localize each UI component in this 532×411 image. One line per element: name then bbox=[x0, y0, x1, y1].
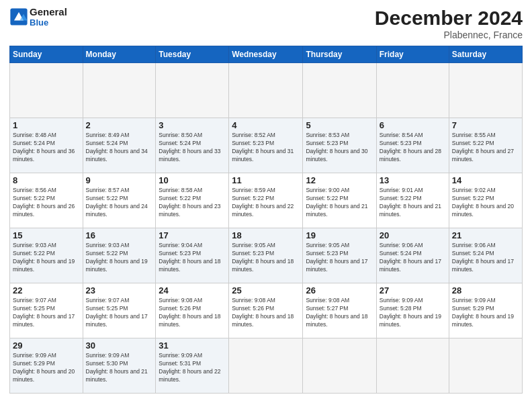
page-header: General Blue December 2024 Plabennec, Fr… bbox=[9, 7, 523, 40]
calendar-day-cell: 20Sunrise: 9:06 AMSunset: 5:24 PMDayligh… bbox=[376, 228, 449, 283]
calendar-day-cell bbox=[449, 63, 522, 118]
day-number: 19 bbox=[306, 230, 373, 240]
calendar-day-cell: 21Sunrise: 9:06 AMSunset: 5:24 PMDayligh… bbox=[449, 228, 522, 283]
day-info: Sunrise: 8:56 AMSunset: 5:22 PMDaylight:… bbox=[13, 187, 80, 219]
calendar-day-cell: 11Sunrise: 8:59 AMSunset: 5:22 PMDayligh… bbox=[229, 173, 303, 228]
day-number: 6 bbox=[380, 120, 446, 130]
day-info: Sunrise: 9:09 AMSunset: 5:30 PMDaylight:… bbox=[86, 352, 153, 384]
logo: General Blue bbox=[9, 7, 67, 28]
calendar-week-row: 22Sunrise: 9:07 AMSunset: 5:25 PMDayligh… bbox=[10, 283, 523, 338]
day-number: 25 bbox=[232, 285, 300, 295]
calendar-day-cell: 7Sunrise: 8:55 AMSunset: 5:22 PMDaylight… bbox=[449, 118, 522, 173]
calendar-day-cell: 10Sunrise: 8:58 AMSunset: 5:22 PMDayligh… bbox=[156, 173, 229, 228]
calendar-table: Sunday Monday Tuesday Wednesday Thursday… bbox=[9, 46, 523, 394]
day-info: Sunrise: 9:00 AMSunset: 5:22 PMDaylight:… bbox=[306, 187, 373, 219]
calendar-day-cell bbox=[229, 63, 303, 118]
day-number: 20 bbox=[380, 230, 446, 240]
calendar-day-cell bbox=[10, 63, 83, 118]
day-number: 13 bbox=[380, 175, 446, 185]
day-info: Sunrise: 8:59 AMSunset: 5:22 PMDaylight:… bbox=[232, 187, 300, 219]
calendar-header-row: Sunday Monday Tuesday Wednesday Thursday… bbox=[10, 46, 523, 63]
calendar-day-cell: 13Sunrise: 9:01 AMSunset: 5:22 PMDayligh… bbox=[376, 173, 449, 228]
day-number: 17 bbox=[159, 230, 226, 240]
day-number: 16 bbox=[86, 230, 153, 240]
col-monday: Monday bbox=[83, 46, 156, 63]
day-info: Sunrise: 9:08 AMSunset: 5:27 PMDaylight:… bbox=[306, 297, 373, 329]
calendar-day-cell: 28Sunrise: 9:09 AMSunset: 5:29 PMDayligh… bbox=[449, 283, 522, 338]
calendar-day-cell: 3Sunrise: 8:50 AMSunset: 5:24 PMDaylight… bbox=[156, 118, 229, 173]
col-friday: Friday bbox=[376, 46, 449, 63]
col-thursday: Thursday bbox=[303, 46, 376, 63]
day-info: Sunrise: 9:05 AMSunset: 5:23 PMDaylight:… bbox=[306, 242, 373, 274]
day-info: Sunrise: 9:05 AMSunset: 5:23 PMDaylight:… bbox=[232, 242, 300, 274]
calendar-day-cell: 24Sunrise: 9:08 AMSunset: 5:26 PMDayligh… bbox=[156, 283, 229, 338]
day-info: Sunrise: 9:08 AMSunset: 5:26 PMDaylight:… bbox=[159, 297, 226, 329]
calendar-day-cell: 1Sunrise: 8:48 AMSunset: 5:24 PMDaylight… bbox=[10, 118, 83, 173]
day-info: Sunrise: 9:09 AMSunset: 5:31 PMDaylight:… bbox=[159, 352, 226, 384]
day-number: 8 bbox=[13, 175, 80, 185]
day-number: 31 bbox=[159, 340, 226, 351]
month-title: December 2024 bbox=[375, 7, 523, 30]
day-number: 23 bbox=[86, 285, 153, 295]
day-info: Sunrise: 9:03 AMSunset: 5:22 PMDaylight:… bbox=[13, 242, 80, 274]
col-wednesday: Wednesday bbox=[229, 46, 303, 63]
day-number: 26 bbox=[306, 285, 373, 295]
calendar-day-cell bbox=[229, 338, 303, 394]
day-info: Sunrise: 8:53 AMSunset: 5:23 PMDaylight:… bbox=[306, 132, 373, 164]
calendar-day-cell bbox=[156, 63, 229, 118]
calendar-day-cell: 30Sunrise: 9:09 AMSunset: 5:30 PMDayligh… bbox=[83, 338, 156, 394]
calendar-week-row bbox=[10, 63, 523, 118]
calendar-day-cell bbox=[303, 63, 376, 118]
day-info: Sunrise: 8:49 AMSunset: 5:24 PMDaylight:… bbox=[86, 132, 153, 164]
day-number: 21 bbox=[452, 230, 519, 240]
calendar-day-cell: 2Sunrise: 8:49 AMSunset: 5:24 PMDaylight… bbox=[83, 118, 156, 173]
calendar-day-cell bbox=[449, 338, 522, 394]
calendar-week-row: 8Sunrise: 8:56 AMSunset: 5:22 PMDaylight… bbox=[10, 173, 523, 228]
calendar-container: General Blue December 2024 Plabennec, Fr… bbox=[0, 0, 532, 411]
calendar-day-cell: 5Sunrise: 8:53 AMSunset: 5:23 PMDaylight… bbox=[303, 118, 376, 173]
day-number: 15 bbox=[13, 230, 80, 240]
calendar-day-cell: 25Sunrise: 9:08 AMSunset: 5:26 PMDayligh… bbox=[229, 283, 303, 338]
calendar-day-cell: 29Sunrise: 9:09 AMSunset: 5:29 PMDayligh… bbox=[10, 338, 83, 394]
calendar-day-cell: 18Sunrise: 9:05 AMSunset: 5:23 PMDayligh… bbox=[229, 228, 303, 283]
logo-text: General Blue bbox=[30, 7, 67, 28]
calendar-day-cell: 17Sunrise: 9:04 AMSunset: 5:23 PMDayligh… bbox=[156, 228, 229, 283]
calendar-day-cell: 26Sunrise: 9:08 AMSunset: 5:27 PMDayligh… bbox=[303, 283, 376, 338]
calendar-day-cell: 16Sunrise: 9:03 AMSunset: 5:22 PMDayligh… bbox=[83, 228, 156, 283]
day-number: 10 bbox=[159, 175, 226, 185]
day-number: 12 bbox=[306, 175, 373, 185]
logo-icon bbox=[9, 7, 28, 26]
day-info: Sunrise: 9:06 AMSunset: 5:24 PMDaylight:… bbox=[380, 242, 446, 274]
calendar-week-row: 29Sunrise: 9:09 AMSunset: 5:29 PMDayligh… bbox=[10, 338, 523, 394]
calendar-day-cell: 12Sunrise: 9:00 AMSunset: 5:22 PMDayligh… bbox=[303, 173, 376, 228]
calendar-day-cell: 8Sunrise: 8:56 AMSunset: 5:22 PMDaylight… bbox=[10, 173, 83, 228]
title-block: December 2024 Plabennec, France bbox=[375, 7, 523, 40]
calendar-day-cell: 14Sunrise: 9:02 AMSunset: 5:22 PMDayligh… bbox=[449, 173, 522, 228]
col-sunday: Sunday bbox=[10, 46, 83, 63]
day-info: Sunrise: 9:07 AMSunset: 5:25 PMDaylight:… bbox=[13, 297, 80, 329]
location-subtitle: Plabennec, France bbox=[375, 30, 523, 40]
day-info: Sunrise: 8:50 AMSunset: 5:24 PMDaylight:… bbox=[159, 132, 226, 164]
day-info: Sunrise: 9:07 AMSunset: 5:25 PMDaylight:… bbox=[86, 297, 153, 329]
calendar-day-cell: 4Sunrise: 8:52 AMSunset: 5:23 PMDaylight… bbox=[229, 118, 303, 173]
calendar-week-row: 15Sunrise: 9:03 AMSunset: 5:22 PMDayligh… bbox=[10, 228, 523, 283]
day-number: 27 bbox=[380, 285, 446, 295]
calendar-day-cell: 6Sunrise: 8:54 AMSunset: 5:23 PMDaylight… bbox=[376, 118, 449, 173]
day-info: Sunrise: 9:02 AMSunset: 5:22 PMDaylight:… bbox=[452, 187, 519, 219]
day-number: 2 bbox=[86, 120, 153, 130]
calendar-day-cell: 31Sunrise: 9:09 AMSunset: 5:31 PMDayligh… bbox=[156, 338, 229, 394]
day-info: Sunrise: 8:52 AMSunset: 5:23 PMDaylight:… bbox=[232, 132, 300, 164]
day-info: Sunrise: 9:01 AMSunset: 5:22 PMDaylight:… bbox=[380, 187, 446, 219]
col-saturday: Saturday bbox=[449, 46, 522, 63]
day-info: Sunrise: 9:08 AMSunset: 5:26 PMDaylight:… bbox=[232, 297, 300, 329]
day-number: 24 bbox=[159, 285, 226, 295]
calendar-day-cell bbox=[83, 63, 156, 118]
calendar-day-cell bbox=[303, 338, 376, 394]
day-number: 4 bbox=[232, 120, 300, 130]
day-info: Sunrise: 9:03 AMSunset: 5:22 PMDaylight:… bbox=[86, 242, 153, 274]
day-info: Sunrise: 8:54 AMSunset: 5:23 PMDaylight:… bbox=[380, 132, 446, 164]
calendar-week-row: 1Sunrise: 8:48 AMSunset: 5:24 PMDaylight… bbox=[10, 118, 523, 173]
day-number: 29 bbox=[13, 340, 80, 351]
calendar-day-cell bbox=[376, 63, 449, 118]
day-info: Sunrise: 9:09 AMSunset: 5:29 PMDaylight:… bbox=[452, 297, 519, 329]
